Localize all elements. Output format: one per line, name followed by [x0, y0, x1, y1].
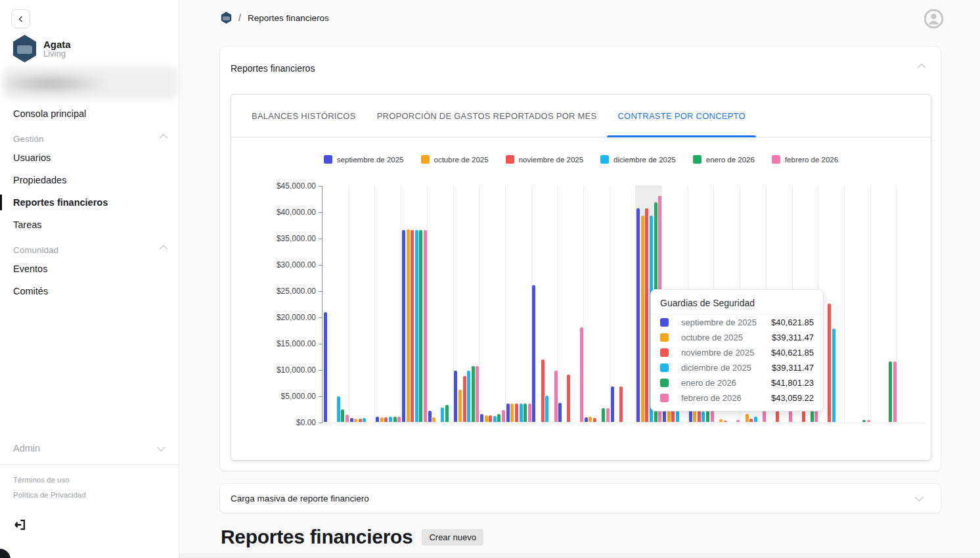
tab-balances-históricos[interactable]: BALANCES HISTÓRICOS [241, 95, 367, 137]
bar-septiembre-de-2025-cat10[interactable] [585, 417, 588, 422]
bar-noviembre-de-2025-cat2[interactable] [384, 417, 388, 422]
bar-septiembre-de-2025-cat6[interactable] [480, 414, 483, 422]
bar-septiembre-de-2025-cat3[interactable] [402, 230, 405, 422]
bar-noviembre-de-2025-cat14[interactable] [698, 410, 701, 422]
sidebar-item-propiedades[interactable]: Propiedades [0, 170, 179, 190]
bar-febrero-de-2026-cat21[interactable] [893, 361, 897, 422]
bar-febrero-de-2026-cat2[interactable] [397, 417, 401, 422]
legend-item-noviembre-de-2025[interactable]: noviembre de 2025 [506, 155, 583, 164]
bar-noviembre-de-2025-cat12[interactable] [645, 208, 648, 422]
logout-button[interactable] [13, 518, 27, 534]
bar-octubre-de-2025-cat12[interactable] [641, 216, 644, 423]
bar-noviembre-de-2025-cat10[interactable] [593, 418, 596, 422]
bar-enero-de-2026-cat21[interactable] [889, 361, 892, 422]
sidebar-item-eventos[interactable]: Eventos [0, 259, 179, 279]
bar-octubre-de-2025-cat7[interactable] [510, 404, 514, 422]
bar-enero-de-2026-cat6[interactable] [497, 414, 501, 422]
bar-enero-de-2026-cat10[interactable] [602, 408, 605, 422]
bar-septiembre-de-2025-cat2[interactable] [376, 417, 379, 422]
bar-enero-de-2026-cat20[interactable] [862, 420, 866, 422]
bar-octubre-de-2025-cat16[interactable] [746, 414, 749, 422]
bar-diciembre-de-2025-cat8[interactable] [545, 396, 548, 422]
user-avatar[interactable] [924, 9, 943, 28]
bar-octubre-de-2025-cat4[interactable] [432, 417, 435, 422]
bar-noviembre-de-2025-cat9[interactable] [567, 375, 570, 422]
sidebar-item-reportes-financieros[interactable]: Reportes financieros [0, 193, 179, 212]
bar-febrero-de-2026-cat5[interactable] [476, 366, 479, 422]
bar-diciembre-de-2025-cat4[interactable] [441, 407, 444, 422]
bar-diciembre-de-2025-cat1[interactable] [363, 418, 366, 422]
bar-febrero-de-2026-cat7[interactable] [528, 404, 531, 422]
bar-octubre-de-2025-cat15[interactable] [719, 419, 723, 422]
bar-enero-de-2026-cat7[interactable] [523, 404, 527, 422]
bar-diciembre-de-2025-cat7[interactable] [520, 404, 523, 422]
bar-diciembre-de-2025-cat16[interactable] [754, 417, 757, 422]
bar-octubre-de-2025-cat1[interactable] [354, 419, 357, 422]
sidebar-item-comités[interactable]: Comités [0, 281, 179, 301]
legend-item-septiembre-de-2025[interactable]: septiembre de 2025 [324, 155, 404, 164]
bar-octubre-de-2025-cat3[interactable] [407, 229, 410, 422]
bar-noviembre-de-2025-cat6[interactable] [489, 415, 492, 422]
bar-noviembre-de-2025-cat8[interactable] [541, 360, 545, 422]
footer-link[interactable]: Términos de uso [0, 473, 179, 488]
bar-noviembre-de-2025-cat11[interactable] [619, 386, 623, 422]
legend-item-enero-de-2026[interactable]: enero de 2026 [693, 155, 755, 164]
sidebar-section-gestión[interactable]: Gestión [0, 129, 179, 148]
bar-febrero-de-2026-cat8[interactable] [554, 371, 558, 422]
bar-febrero-de-2026-cat10[interactable] [606, 408, 610, 422]
bar-septiembre-de-2025-cat14[interactable] [689, 410, 692, 422]
bar-septiembre-de-2025-cat8[interactable] [532, 285, 535, 422]
bar-octubre-de-2025-cat2[interactable] [380, 417, 384, 422]
property-selector-blurred[interactable] [4, 66, 177, 99]
tab-contraste-por-concepto[interactable]: CONTRASTE POR CONCEPTO [607, 95, 756, 137]
bar-diciembre-de-2025-cat0[interactable] [337, 396, 340, 422]
bar-octubre-de-2025-cat14[interactable] [693, 411, 696, 422]
sidebar-item-consola-principal[interactable]: Consola principal [0, 104, 179, 124]
legend-item-octubre-de-2025[interactable]: octubre de 2025 [421, 155, 489, 164]
bar-noviembre-de-2025-cat19[interactable] [828, 304, 831, 422]
bar-enero-de-2026-cat3[interactable] [419, 230, 422, 422]
bar-enero-de-2026-cat5[interactable] [472, 366, 475, 422]
sidebar-item-usuarios[interactable]: Usuarios [0, 148, 179, 168]
bar-noviembre-de-2025-cat16[interactable] [749, 419, 753, 422]
bar-septiembre-de-2025-cat12[interactable] [636, 208, 640, 422]
bar-octubre-de-2025-cat5[interactable] [458, 390, 462, 422]
tab-proporción-de-gastos-reportados-por-mes[interactable]: PROPORCIÓN DE GASTOS REPORTADOS POR MES [367, 95, 608, 137]
bar-enero-de-2026-cat2[interactable] [393, 417, 397, 422]
footer-link[interactable]: Política de Privacidad [0, 488, 179, 503]
bar-noviembre-de-2025-cat7[interactable] [515, 404, 518, 422]
bar-diciembre-de-2025-cat14[interactable] [702, 411, 705, 422]
bar-febrero-de-2026-cat15[interactable] [736, 420, 740, 422]
bar-septiembre-de-2025-cat4[interactable] [428, 411, 432, 422]
bar-enero-de-2026-cat4[interactable] [445, 405, 449, 422]
bar-septiembre-de-2025-cat5[interactable] [454, 371, 457, 422]
expand-chevron-down-icon[interactable] [915, 493, 924, 501]
bar-noviembre-de-2025-cat3[interactable] [411, 230, 414, 422]
create-new-button[interactable]: Crear nuevo [422, 529, 483, 546]
bar-septiembre-de-2025-cat11[interactable] [611, 386, 614, 422]
sidebar-item-tareas[interactable]: Tareas [0, 215, 179, 235]
bar-febrero-de-2026-cat9[interactable] [580, 327, 583, 422]
bar-septiembre-de-2025-cat7[interactable] [506, 404, 510, 422]
brand-mini-logo-icon[interactable] [221, 12, 232, 24]
bar-febrero-de-2026-cat0[interactable] [345, 415, 349, 422]
bar-noviembre-de-2025-cat15[interactable] [724, 421, 727, 422]
sidebar-section-comunidad[interactable]: Comunidad [0, 240, 179, 259]
bar-septiembre-de-2025-cat1[interactable] [350, 418, 353, 422]
bar-diciembre-de-2025-cat19[interactable] [832, 329, 835, 422]
bar-diciembre-de-2025-cat6[interactable] [493, 416, 497, 422]
bar-febrero-de-2026-cat6[interactable] [502, 410, 505, 422]
sidebar-item-admin[interactable]: Admin [0, 439, 179, 457]
bar-diciembre-de-2025-cat3[interactable] [415, 230, 418, 422]
bar-septiembre-de-2025-cat9[interactable] [558, 403, 562, 422]
bar-septiembre-de-2025-cat0[interactable] [324, 312, 327, 422]
legend-item-diciembre-de-2025[interactable]: diciembre de 2025 [600, 155, 676, 164]
bar-noviembre-de-2025-cat1[interactable] [359, 419, 362, 422]
bar-febrero-de-2026-cat3[interactable] [424, 230, 427, 422]
bar-diciembre-de-2025-cat2[interactable] [389, 417, 392, 422]
sidebar-collapse-button[interactable] [11, 9, 30, 28]
bar-octubre-de-2025-cat6[interactable] [485, 415, 488, 422]
bar-noviembre-de-2025-cat5[interactable] [463, 376, 466, 422]
legend-item-febrero-de-2026[interactable]: febrero de 2026 [772, 155, 838, 164]
reports-card-header[interactable]: Reportes financieros [220, 47, 941, 90]
